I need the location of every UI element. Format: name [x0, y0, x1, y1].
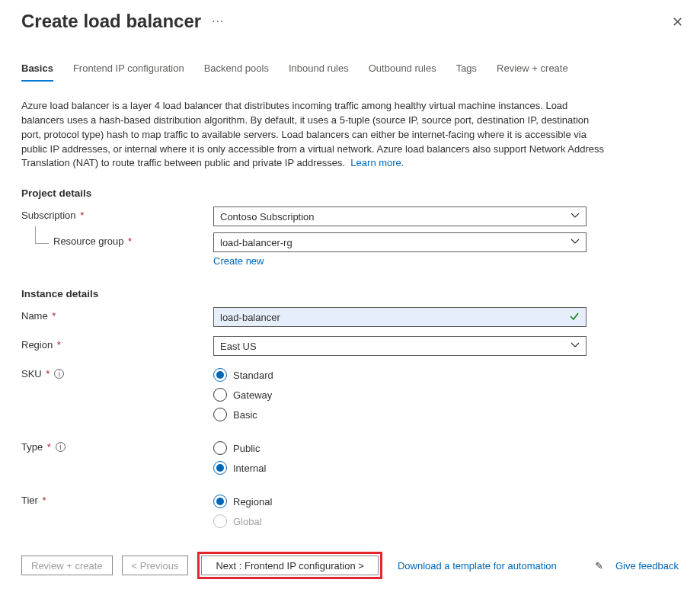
close-icon[interactable]: ✕ [672, 14, 683, 30]
chevron-down-icon [571, 237, 580, 248]
tab-tags[interactable]: Tags [456, 62, 477, 82]
resource-group-select[interactable]: load-balancer-rg [213, 232, 587, 252]
tab-backend-pools[interactable]: Backend pools [204, 62, 269, 82]
download-template-link[interactable]: Download a template for automation [398, 560, 557, 572]
radio-label: Gateway [233, 389, 272, 401]
tab-inbound-rules[interactable]: Inbound rules [289, 62, 349, 82]
tab-basics[interactable]: Basics [21, 62, 53, 82]
chevron-down-icon [571, 211, 580, 223]
tier-radio-regional[interactable]: Regional [213, 492, 587, 511]
subscription-select[interactable]: Contoso Subscription [213, 207, 587, 226]
sku-label: SKU * i [21, 365, 213, 379]
radio-label: Standard [233, 370, 273, 381]
type-radio-public[interactable]: Public [213, 438, 587, 458]
page-title: Create load balancer [21, 11, 201, 32]
tier-label: Tier * [21, 492, 213, 506]
region-select[interactable]: East US [213, 336, 587, 356]
name-label: Name * [21, 307, 213, 322]
subscription-value: Contoso Subscription [220, 211, 315, 223]
name-value: load-balancer [220, 312, 280, 323]
name-input[interactable]: load-balancer [213, 307, 587, 327]
description-text: Azure load balancer is a layer 4 load ba… [21, 99, 610, 171]
resource-group-label: Resource group * [21, 232, 213, 247]
feedback-icon: ✎ [595, 560, 603, 572]
info-icon[interactable]: i [54, 369, 64, 379]
radio-label: Public [233, 443, 260, 454]
radio-label: Regional [233, 496, 272, 508]
learn-more-link[interactable]: Learn more. [350, 157, 404, 168]
region-value: East US [220, 341, 257, 352]
radio-label: Internal [233, 463, 266, 474]
review-create-button[interactable]: Review + create [21, 556, 113, 575]
create-new-link[interactable]: Create new [213, 255, 264, 267]
subscription-label: Subscription * [21, 207, 213, 221]
tab-review-create[interactable]: Review + create [497, 62, 568, 82]
sku-radio-standard[interactable]: Standard [213, 365, 587, 385]
tier-radio-global: Global [213, 511, 587, 531]
sku-radio-basic[interactable]: Basic [213, 405, 587, 424]
section-instance-details: Instance details [21, 288, 679, 299]
tab-frontend-ip[interactable]: Frontend IP configuration [73, 62, 184, 82]
sku-radio-gateway[interactable]: Gateway [213, 385, 587, 405]
radio-label: Global [233, 516, 262, 527]
more-actions-icon[interactable]: ··· [212, 14, 224, 28]
type-label: Type * i [21, 438, 213, 453]
info-icon[interactable]: i [56, 442, 66, 452]
section-project-details: Project details [21, 187, 679, 199]
region-label: Region * [21, 336, 213, 351]
previous-button[interactable]: < Previous [122, 556, 189, 575]
resource-group-value: load-balancer-rg [220, 237, 292, 248]
type-radio-internal[interactable]: Internal [213, 458, 587, 478]
next-button[interactable]: Next : Frontend IP configuration > [201, 556, 379, 575]
tab-outbound-rules[interactable]: Outbound rules [369, 62, 436, 82]
radio-label: Basic [233, 409, 257, 421]
highlight-box: Next : Frontend IP configuration > [197, 552, 382, 579]
give-feedback-link[interactable]: Give feedback [615, 560, 679, 572]
tab-bar: Basics Frontend IP configuration Backend… [21, 62, 679, 82]
checkmark-icon [569, 311, 580, 324]
description-body: Azure load balancer is a layer 4 load ba… [21, 100, 604, 168]
chevron-down-icon [571, 341, 580, 352]
